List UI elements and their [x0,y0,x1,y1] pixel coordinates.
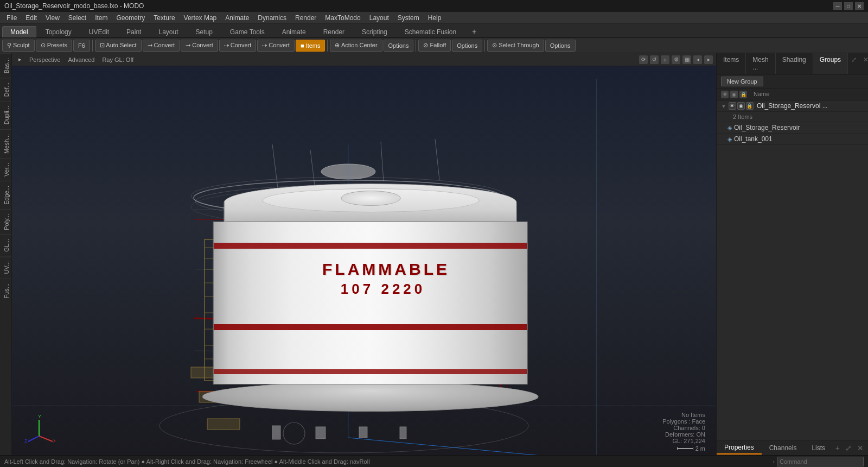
mode-tab-scripting[interactable]: Scripting [354,26,395,37]
command-input[interactable] [777,457,864,466]
bottom-tab-channels[interactable]: Channels [762,442,805,454]
vp-icon-settings[interactable]: ⚙ [672,55,680,64]
left-tab-edge[interactable]: Edge... [0,181,11,209]
group-row-child1[interactable]: ◈ Oil_Storage_Reservoir [717,122,868,134]
mode-tab-paint[interactable]: Paint [118,26,149,37]
select-through-btn[interactable]: ⊙ Select Through [487,40,544,52]
panel-tab-mesh-...[interactable]: Mesh ... [746,53,775,74]
left-tab-gl[interactable]: GL... [0,234,11,256]
svg-point-22 [283,422,305,444]
bottom-add-button[interactable]: + [833,444,842,452]
vp-toggle[interactable]: ▸ [15,55,25,64]
left-tab-bas[interactable]: Bas... [0,53,11,78]
left-tab-def[interactable]: Def... [0,78,11,101]
bottom-expand-button[interactable]: ⤢ [843,444,854,452]
mode-tab-layout[interactable]: Layout [150,26,186,37]
minimize-button[interactable]: ─ [833,2,842,10]
vp-icon-more[interactable]: ▸ [704,55,713,64]
vp-icon-rotate[interactable]: ⟳ [639,55,648,64]
tank-group: FLAMMABLE 107 2220 [213,184,528,412]
vp-perspective[interactable]: Perspective [26,56,63,64]
left-tab-fus[interactable]: Fus... [0,279,11,303]
menu-item-maxtomodo[interactable]: MaxToModo [321,13,365,23]
mode-tab-game-tools[interactable]: Game Tools [222,26,273,37]
vp-icon-expand[interactable]: ◂ [693,55,702,64]
options2-btn[interactable]: Options [452,40,482,52]
presets-btn[interactable]: ⊙ Presets [36,40,72,52]
left-tab-dupli[interactable]: Dupli... [0,101,11,129]
panel-tab-groups[interactable]: Groups [813,53,848,74]
mode-tab-model[interactable]: Model [2,26,36,37]
menu-item-animate[interactable]: Animate [221,13,253,23]
menu-item-system[interactable]: System [393,13,424,23]
menu-item-layout[interactable]: Layout [365,13,393,23]
menu-item-vertex map[interactable]: Vertex Map [180,13,221,23]
mode-tab-schematic-fusion[interactable]: Schematic Fusion [397,26,464,37]
panel-expand-button[interactable]: ⤢ [848,53,860,74]
scene-canvas[interactable]: FLAMMABLE 107 2220 X Y Z [12,66,716,455]
left-tab-ver[interactable]: Ver... [0,158,11,181]
command-bar[interactable]: › [773,457,864,466]
svg-text:Y: Y [38,414,41,419]
convert3-btn[interactable]: ⇢ Convert [219,40,257,52]
vp-icon-refresh[interactable]: ↺ [650,55,659,64]
menu-item-dynamics[interactable]: Dynamics [253,13,291,23]
panel-tab-items[interactable]: Items [717,53,746,74]
left-tab-poly[interactable]: Poly... [0,209,11,235]
group-row-child2[interactable]: ◈ Oil_tank_001 [717,134,868,145]
convert2-btn[interactable]: ⇢ Convert [181,40,218,52]
bottom-tab-lists[interactable]: Lists [804,442,833,454]
left-tab-uv[interactable]: UV... [0,256,11,278]
menu-item-texture[interactable]: Texture [149,13,179,23]
menu-item-item[interactable]: Item [91,13,112,23]
group-render-icon[interactable]: ◉ [737,102,745,110]
vp-gl[interactable]: Ray GL: Off [99,56,137,64]
tank-base [202,382,539,412]
window-controls[interactable]: ─ □ ✕ [833,2,864,10]
options3-btn[interactable]: Options [545,40,576,52]
group-eye-icon[interactable]: 👁 [729,102,736,110]
vp-icon-search[interactable]: ⌕ [661,55,669,64]
falloff-btn[interactable]: ⊘ Falloff [418,40,451,52]
menu-item-view[interactable]: View [41,13,64,23]
vp-icon-layout[interactable]: ▦ [682,55,691,64]
bottom-close-button[interactable]: ✕ [855,444,866,452]
mode-tab-uvedit[interactable]: UVEdit [81,26,117,37]
mode-tab-animate[interactable]: Animate [274,26,314,37]
mode-tab-add-button[interactable]: + [468,26,481,37]
close-button[interactable]: ✕ [855,2,864,10]
new-group-button[interactable]: New Group [721,77,763,86]
viewport-header: ▸ Perspective Advanced Ray GL: Off ⟳ ↺ ⌕… [12,53,716,66]
menu-item-render[interactable]: Render [291,13,321,23]
menu-item-edit[interactable]: Edit [21,13,41,23]
group-row-main[interactable]: ▼ 👁 ◉ 🔒 Oil_Storage_Reservoi ... [717,100,868,112]
mode-tab-render[interactable]: Render [315,26,353,37]
menu-item-file[interactable]: File [2,13,21,23]
mode-tab-setup[interactable]: Setup [187,26,220,37]
convert4-btn[interactable]: ⇢ Convert [257,40,295,52]
mode-tab-topology[interactable]: Topology [37,26,80,37]
convert1-btn[interactable]: ⇢ Convert [143,40,180,52]
options1-btn[interactable]: Options [384,40,414,52]
f6-btn[interactable]: F6 [73,40,90,52]
panel-close-button[interactable]: ✕ [860,53,868,74]
auto-select-btn[interactable]: ⊡ Auto Select [95,40,142,52]
maximize-button[interactable]: □ [844,2,853,10]
action-center-btn[interactable]: ⊕ Action Center [330,40,382,52]
menu-bar: FileEditViewSelectItemGeometryTextureVer… [0,12,868,24]
group-lock-icon[interactable]: 🔒 [746,102,754,110]
menu-item-help[interactable]: Help [424,13,446,23]
menu-item-select[interactable]: Select [64,13,91,23]
menu-item-geometry[interactable]: Geometry [112,13,150,23]
items-btn[interactable]: ■ Items [296,40,326,52]
panel-tab-shading[interactable]: Shading [776,53,813,74]
svg-line-40 [348,438,582,455]
group-child2-label: Oil_tank_001 [734,135,773,143]
panel-tab-controls: ⤢✕ [848,53,868,74]
sculpt-btn[interactable]: ⚲ Sculpt [2,40,35,52]
svg-rect-35 [207,419,240,430]
viewport[interactable]: ▸ Perspective Advanced Ray GL: Off ⟳ ↺ ⌕… [12,53,716,455]
left-tab-mesh[interactable]: Mesh... [0,129,11,158]
vp-advanced[interactable]: Advanced [65,56,98,64]
bottom-tab-properties[interactable]: Properties [717,441,762,455]
